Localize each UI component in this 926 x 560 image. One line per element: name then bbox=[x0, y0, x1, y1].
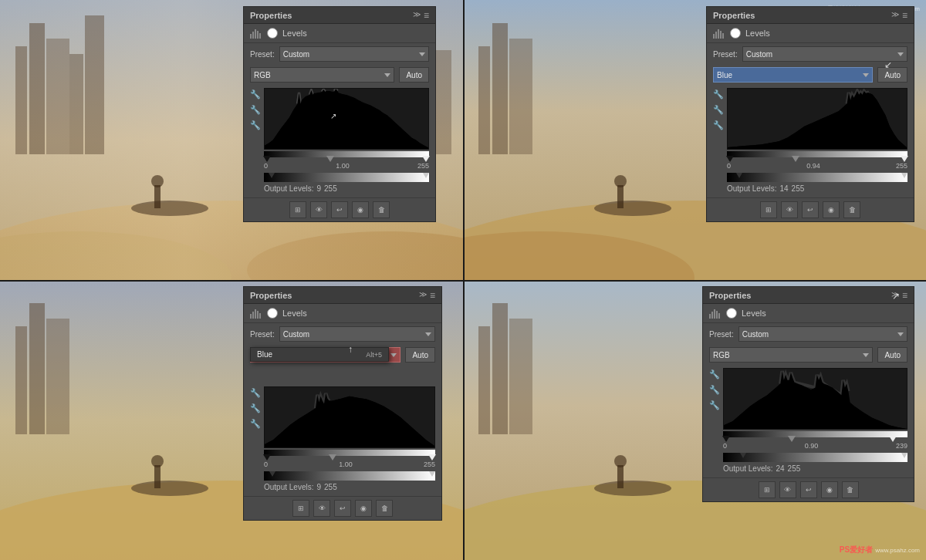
tb-eye-tr[interactable]: 👁 bbox=[781, 201, 798, 218]
svg-rect-67 bbox=[718, 313, 720, 319]
panel-menu-icon-bl[interactable]: ≡ bbox=[430, 290, 435, 301]
tb-vis-bl[interactable]: ◉ bbox=[355, 500, 372, 517]
black-slider-bl[interactable] bbox=[263, 454, 271, 460]
eyedropper-black-tr[interactable]: 🔧 bbox=[713, 89, 724, 100]
separator-vertical bbox=[463, 0, 465, 560]
panel-menu-icon-br[interactable]: ≡ bbox=[902, 290, 907, 301]
mid-slider-tr[interactable] bbox=[792, 156, 799, 162]
output-slider-bl bbox=[264, 471, 435, 481]
mid-slider-bl[interactable] bbox=[329, 454, 336, 460]
svg-rect-35 bbox=[718, 29, 719, 39]
levels-subheader-tl: Levels bbox=[244, 24, 435, 43]
panel-menu-icon-tr[interactable]: ≡ bbox=[902, 10, 907, 21]
black-slider-tl[interactable] bbox=[263, 156, 271, 162]
input-val-white-bl: 255 bbox=[424, 460, 435, 468]
dropdown-item-blue[interactable]: Blue Alt+5 bbox=[251, 348, 388, 361]
eyedropper-white-tr[interactable]: 🔧 bbox=[713, 120, 724, 131]
input-val-black-tr: 0 bbox=[727, 162, 731, 170]
output-val-1-tl: 9 bbox=[316, 184, 321, 193]
tb-eye-br[interactable]: 👁 bbox=[779, 481, 796, 498]
tb-del-tr[interactable]: 🗑 bbox=[843, 201, 860, 218]
svg-rect-20 bbox=[257, 31, 259, 39]
white-slider-tl[interactable] bbox=[422, 156, 430, 162]
mid-slider-br[interactable] bbox=[788, 436, 796, 442]
auto-btn-br[interactable]: Auto bbox=[877, 347, 907, 363]
input-values-tr: 0 0.94 255 bbox=[727, 157, 907, 171]
output-black-slider-tl[interactable] bbox=[269, 173, 275, 178]
eyedropper-gray-tr[interactable]: 🔧 bbox=[713, 105, 724, 116]
black-slider-br[interactable] bbox=[722, 436, 730, 442]
output-white-slider-br[interactable] bbox=[901, 453, 907, 458]
panel-title-tl: Properties bbox=[250, 11, 292, 20]
input-val-white-br: 239 bbox=[896, 442, 907, 450]
white-slider-bl[interactable] bbox=[428, 454, 436, 460]
tb-del-br[interactable]: 🗑 bbox=[842, 481, 859, 498]
output-white-slider-bl[interactable] bbox=[429, 471, 435, 477]
panel-expand-icon-tr[interactable]: ≫ bbox=[891, 10, 899, 21]
preset-select-tr[interactable]: Custom bbox=[742, 46, 907, 62]
auto-btn-tl[interactable]: Auto bbox=[399, 67, 429, 83]
levels-subheader-tr: Levels bbox=[707, 24, 914, 43]
tb-clip-bl[interactable]: ⊞ bbox=[292, 500, 309, 517]
histogram-br bbox=[723, 368, 907, 430]
tb-eye-tl[interactable]: 👁 bbox=[310, 201, 327, 218]
cursor-tr: ↙ bbox=[884, 59, 892, 70]
panel-menu-icon-tl[interactable]: ≡ bbox=[424, 10, 429, 21]
output-black-slider-br[interactable] bbox=[740, 453, 746, 458]
output-white-slider-tr[interactable] bbox=[901, 173, 907, 178]
mid-slider-tl[interactable] bbox=[326, 156, 334, 162]
mask-icon-br bbox=[726, 308, 737, 319]
properties-panel-bl: Properties ≫ ≡ Levels Prese bbox=[243, 286, 442, 521]
output-black-slider-bl[interactable] bbox=[269, 471, 275, 477]
white-slider-br[interactable] bbox=[889, 436, 897, 442]
tb-undo-bl[interactable]: ↩ bbox=[334, 500, 351, 517]
eyedropper-gray-bl[interactable]: 🔧 bbox=[250, 403, 261, 414]
svg-point-45 bbox=[131, 481, 208, 496]
output-white-slider-tl[interactable] bbox=[423, 173, 429, 178]
svg-rect-26 bbox=[492, 23, 508, 154]
preset-select-bl[interactable]: Custom bbox=[279, 326, 435, 342]
tb-undo-tr[interactable]: ↩ bbox=[802, 201, 819, 218]
tb-clip-tl[interactable]: ⊞ bbox=[289, 201, 306, 218]
black-slider-tr[interactable] bbox=[726, 156, 734, 162]
eyedropper-black-br[interactable]: 🔧 bbox=[709, 369, 720, 380]
tb-del-tl[interactable]: 🗑 bbox=[373, 201, 390, 218]
eyedropper-gray-br[interactable]: 🔧 bbox=[709, 385, 720, 396]
eyedropper-white-br[interactable]: 🔧 bbox=[709, 400, 720, 411]
auto-btn-bl[interactable]: Auto bbox=[405, 347, 435, 363]
preset-select-tl[interactable]: Custom bbox=[279, 46, 429, 62]
channel-select-tr[interactable]: Blue bbox=[713, 67, 873, 83]
svg-rect-9 bbox=[85, 15, 104, 154]
channel-select-tl[interactable]: RGB bbox=[250, 67, 394, 83]
eyedropper-black-tl[interactable]: 🔧 bbox=[250, 89, 261, 100]
tb-undo-tl[interactable]: ↩ bbox=[331, 201, 348, 218]
tb-undo-br[interactable]: ↩ bbox=[800, 481, 817, 498]
white-slider-tr[interactable] bbox=[901, 156, 908, 162]
preset-row-tr: Preset: Custom bbox=[707, 43, 914, 65]
tb-vis-tl[interactable]: ◉ bbox=[352, 201, 369, 218]
tb-clip-br[interactable]: ⊞ bbox=[759, 481, 776, 498]
eyedropper-white-bl[interactable]: 🔧 bbox=[250, 419, 261, 430]
channel-select-br[interactable]: RGB bbox=[709, 347, 873, 363]
tb-eye-bl[interactable]: 👁 bbox=[313, 500, 330, 517]
preset-row-bl: Preset: Custom bbox=[244, 323, 441, 345]
panel-expand-icon-tl[interactable]: ≫ bbox=[413, 10, 421, 21]
quadrant-bottom-left: Properties ≫ ≡ Levels Prese bbox=[0, 280, 463, 560]
svg-rect-33 bbox=[713, 34, 715, 39]
panel-expand-icon-bl[interactable]: ≫ bbox=[419, 290, 427, 301]
levels-title-tr: Levels bbox=[745, 29, 770, 38]
tb-clip-tr[interactable]: ⊞ bbox=[760, 201, 777, 218]
auto-btn-tr[interactable]: Auto bbox=[877, 67, 907, 83]
eyedropper-black-bl[interactable]: 🔧 bbox=[250, 388, 261, 399]
output-val-2-bl: 255 bbox=[324, 483, 337, 491]
eyedropper-gray-tl[interactable]: 🔧 bbox=[250, 105, 261, 116]
histogram-svg-bl bbox=[265, 387, 434, 447]
tb-del-bl[interactable]: 🗑 bbox=[376, 500, 393, 517]
input-val-white-tl: 255 bbox=[417, 162, 429, 170]
svg-rect-25 bbox=[478, 46, 490, 154]
tb-vis-br[interactable]: ◉ bbox=[821, 481, 838, 498]
output-black-slider-tr[interactable] bbox=[736, 173, 742, 178]
eyedropper-white-tl[interactable]: 🔧 bbox=[250, 120, 261, 131]
tb-vis-tr[interactable]: ◉ bbox=[823, 201, 840, 218]
preset-select-br[interactable]: Custom bbox=[738, 326, 907, 342]
